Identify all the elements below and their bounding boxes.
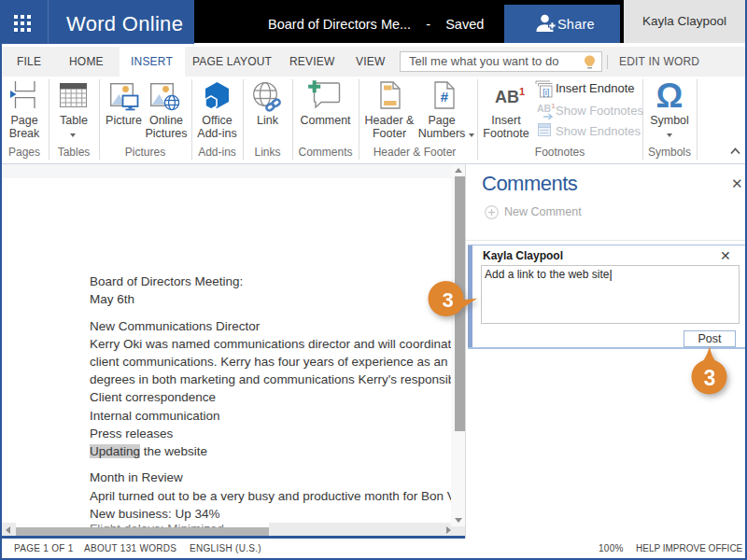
- svg-text:#: #: [441, 89, 449, 105]
- svg-text:3: 3: [442, 288, 453, 312]
- svg-text:[i]: [i]: [543, 88, 549, 97]
- svg-text:3: 3: [704, 366, 716, 390]
